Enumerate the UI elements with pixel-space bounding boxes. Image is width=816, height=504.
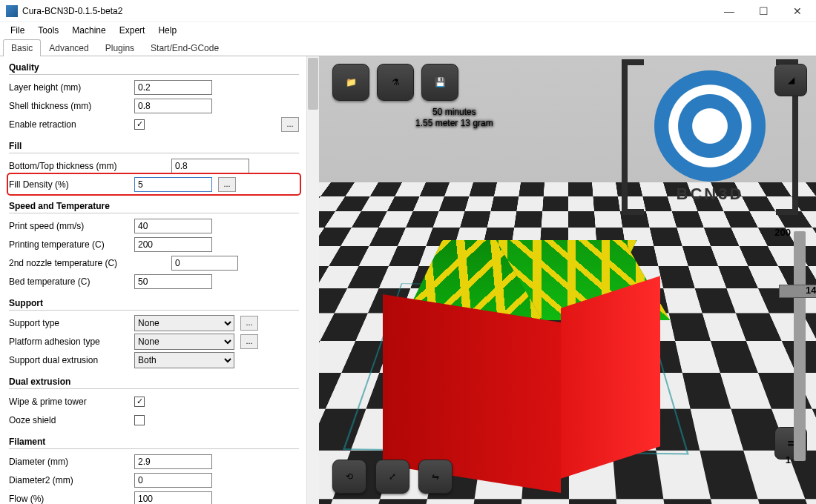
diameter2-input[interactable] — [134, 473, 212, 488]
menu-help[interactable]: Help — [152, 24, 182, 37]
flow-label: Flow (%) — [9, 494, 131, 504]
fill-density-more-button[interactable]: ... — [218, 177, 236, 192]
bed-temp-input[interactable] — [134, 274, 212, 289]
print-temp-input[interactable] — [134, 237, 212, 252]
wipe-checkbox[interactable] — [134, 397, 145, 407]
mirror-icon: ⇋ — [432, 471, 439, 482]
gear-icon — [654, 70, 766, 182]
support-type-more-button[interactable]: ... — [240, 316, 258, 331]
prepare-button[interactable]: ⚗ — [377, 64, 414, 101]
support-type-select[interactable]: None — [134, 315, 234, 331]
topbot-input[interactable] — [171, 159, 249, 173]
layer-height-label: Layer height (mm) — [9, 82, 131, 93]
close-button[interactable]: ✕ — [780, 0, 815, 22]
adhesion-more-button[interactable]: ... — [240, 334, 258, 349]
print-speed-label: Print speed (mm/s) — [9, 221, 131, 231]
section-fill: Fill — [9, 141, 299, 151]
adhesion-label: Platform adhesion type — [9, 336, 131, 347]
section-dual: Dual extrusion — [9, 377, 299, 387]
view-mode-button[interactable]: ◢ — [774, 64, 807, 96]
support-type-label: Support type — [9, 318, 131, 328]
diameter2-label: Diameter2 (mm) — [9, 475, 131, 485]
section-filament: Filament — [9, 437, 299, 447]
estimate-time: 50 minutes — [415, 107, 493, 118]
noz2-temp-input[interactable] — [171, 256, 238, 271]
load-model-button[interactable]: 📁 — [332, 64, 369, 101]
topbot-label: Bottom/Top thickness (mm) — [9, 161, 168, 171]
tab-basic[interactable]: Basic — [3, 39, 41, 56]
slider-min-label: 1 — [761, 454, 791, 465]
scale-button[interactable]: ⤢ — [375, 460, 409, 494]
section-quality: Quality — [9, 62, 299, 73]
menu-machine[interactable]: Machine — [66, 24, 111, 37]
diameter-input[interactable] — [134, 454, 212, 469]
bed-temp-label: Bed temperature (C) — [9, 276, 131, 287]
ooze-label: Ooze shield — [9, 415, 131, 425]
print-speed-input[interactable] — [134, 219, 212, 233]
section-speed: Speed and Temperature — [9, 201, 299, 211]
noz2-temp-label: 2nd nozzle temperature (C) — [9, 258, 168, 268]
minimize-button[interactable]: — — [712, 0, 746, 22]
shell-thickness-input[interactable] — [134, 99, 212, 113]
layer-height-input[interactable] — [134, 80, 212, 95]
ooze-checkbox[interactable] — [134, 415, 145, 425]
retraction-checkbox[interactable] — [134, 119, 145, 130]
estimate-material: 1.55 meter 13 gram — [415, 118, 493, 129]
adhesion-select[interactable]: None — [134, 334, 234, 350]
diameter-label: Diameter (mm) — [9, 457, 131, 467]
maximize-button[interactable]: ☐ — [746, 0, 780, 22]
model-preview[interactable] — [393, 240, 653, 477]
retraction-label: Enable retraction — [9, 119, 131, 130]
flask-icon: ⚗ — [392, 77, 400, 87]
menu-tools[interactable]: Tools — [32, 24, 65, 37]
bcn3d-logo: BCN3D — [625, 56, 795, 222]
tab-plugins[interactable]: Plugins — [97, 39, 142, 56]
shell-thickness-label: Shell thickness (mm) — [9, 101, 131, 111]
fill-density-input[interactable] — [134, 177, 212, 192]
logo-text: BCN3D — [677, 185, 744, 204]
tab-advanced[interactable]: Advanced — [41, 39, 96, 56]
layers-icon: ◢ — [788, 75, 794, 85]
rotate-icon: ⟲ — [346, 471, 353, 482]
window-title: Cura-BCN3D-0.1.5-beta2 — [22, 6, 122, 16]
section-support: Support — [9, 298, 299, 308]
retraction-more-button[interactable]: ... — [281, 117, 299, 132]
print-temp-label: Printing temperature (C) — [9, 239, 131, 250]
fill-density-label: Fill Density (%) — [9, 179, 131, 190]
folder-icon: 📁 — [346, 77, 357, 87]
menu-expert[interactable]: Expert — [113, 24, 151, 37]
slider-value-label: 144 — [806, 285, 816, 296]
mirror-button[interactable]: ⇋ — [418, 460, 453, 494]
slider-max-label: 200 — [761, 227, 791, 238]
menu-file[interactable]: File — [4, 24, 30, 37]
scale-icon: ⤢ — [389, 471, 396, 482]
save-button[interactable]: 💾 — [421, 64, 458, 101]
3d-viewport[interactable]: BCN3D 📁 ⚗ 💾 50 minutes 1.55 meter 13 gra… — [319, 56, 816, 504]
flow-input[interactable] — [134, 491, 212, 505]
print-estimate: 50 minutes 1.55 meter 13 gram — [415, 107, 493, 129]
scrollbar-thumb[interactable] — [308, 58, 318, 110]
layer-slider[interactable]: 200 144 1 — [794, 231, 806, 461]
panel-scrollbar[interactable] — [306, 56, 319, 504]
app-icon — [6, 5, 18, 17]
save-icon: 💾 — [435, 77, 446, 87]
settings-panel: Quality Layer height (mm) Shell thicknes… — [0, 56, 306, 504]
rotate-button[interactable]: ⟲ — [332, 460, 366, 494]
wipe-label: Wipe & prime tower — [9, 397, 131, 407]
support-dual-label: Support dual extrusion — [9, 355, 131, 365]
support-dual-select[interactable]: Both — [134, 352, 234, 368]
tab-gcode[interactable]: Start/End-GCode — [142, 39, 227, 56]
